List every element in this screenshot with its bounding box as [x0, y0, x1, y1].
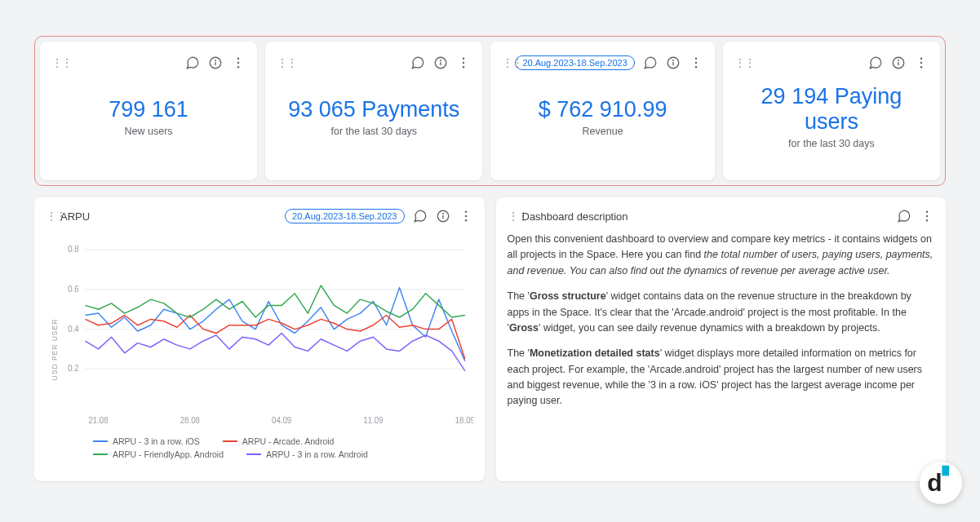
description-body: Open this convenient dashboard to overvi…: [508, 232, 935, 409]
drag-handle-icon[interactable]: ⋮⋮: [51, 56, 60, 69]
desc-text: ' widget, you can see daily revenue dyna…: [539, 322, 880, 334]
svg-text:18.09: 18.09: [455, 416, 473, 425]
info-icon[interactable]: [433, 55, 448, 70]
desc-text: The ': [508, 347, 530, 359]
metric-card-new-users: ⋮⋮ 799 161 New users: [40, 42, 257, 180]
legend-label: ARPU - Arcade. Android: [242, 436, 335, 446]
svg-point-16: [695, 62, 697, 64]
svg-text:0.2: 0.2: [68, 364, 78, 373]
comment-icon[interactable]: [185, 55, 200, 70]
svg-text:USD PER USER: USD PER USER: [51, 319, 59, 381]
chart-legend: ARPU - 3 in a row. iOSARPU - Arcade. And…: [46, 436, 473, 459]
desc-bold: Monetization detailed stats: [530, 347, 660, 359]
kebab-menu-icon[interactable]: [914, 55, 929, 70]
info-icon[interactable]: [436, 209, 450, 223]
svg-point-8: [441, 60, 441, 61]
comment-icon[interactable]: [868, 55, 883, 70]
svg-point-23: [920, 66, 922, 68]
svg-point-46: [926, 219, 928, 221]
kebab-menu-icon[interactable]: [920, 209, 934, 223]
svg-point-27: [464, 211, 466, 213]
svg-point-4: [237, 62, 239, 64]
legend-label: ARPU - FriendlyApp. Android: [113, 449, 224, 459]
kebab-menu-icon[interactable]: [456, 55, 471, 70]
svg-point-20: [898, 60, 899, 61]
drag-handle-icon[interactable]: ⋮⋮: [502, 56, 510, 69]
svg-point-2: [215, 60, 216, 61]
info-icon[interactable]: [208, 55, 223, 70]
metric-value: 799 161: [51, 97, 246, 122]
svg-text:11.09: 11.09: [363, 416, 383, 425]
svg-point-9: [463, 58, 464, 60]
metric-label: for the last 30 days: [734, 138, 929, 149]
svg-point-44: [926, 211, 928, 213]
svg-text:0.4: 0.4: [68, 324, 79, 333]
arpu-chart: 0.20.40.60.8USD PER USER21.0828.0804.091…: [46, 232, 473, 431]
svg-point-26: [442, 214, 443, 215]
legend-swatch-icon: [93, 453, 108, 455]
svg-text:28.08: 28.08: [180, 416, 201, 425]
legend-label: ARPU - 3 in a row. iOS: [113, 436, 200, 446]
date-range-chip[interactable]: 20.Aug.2023-18.Sep.2023: [285, 209, 404, 223]
svg-point-21: [920, 58, 922, 60]
metric-card-payments: ⋮⋮ 93 065 Payments for the last 30 days: [265, 42, 482, 180]
description-panel: ⋮⋮ Dashboard description Open this conve…: [496, 197, 947, 481]
svg-point-11: [463, 66, 464, 68]
info-icon[interactable]: [666, 55, 681, 70]
svg-point-3: [237, 58, 239, 60]
svg-text:04.09: 04.09: [272, 416, 291, 425]
metric-value: $ 762 910.99: [502, 97, 703, 122]
panel-title: ARPU: [60, 210, 90, 223]
desc-text: The ': [508, 290, 530, 302]
kebab-menu-icon[interactable]: [231, 55, 246, 70]
drag-handle-icon[interactable]: ⋮⋮: [46, 210, 54, 223]
legend-label: ARPU - 3 in a row. Android: [266, 449, 368, 459]
legend-item[interactable]: ARPU - Arcade. Android: [223, 436, 335, 446]
drag-handle-icon[interactable]: ⋮⋮: [508, 210, 516, 223]
svg-point-14: [672, 60, 673, 61]
metric-label: Revenue: [502, 126, 703, 137]
comment-icon[interactable]: [897, 209, 911, 223]
svg-text:0.8: 0.8: [68, 245, 79, 254]
metric-value: 93 065 Payments: [277, 97, 471, 122]
metric-label: for the last 30 days: [277, 126, 471, 137]
brand-letter: d: [927, 469, 942, 497]
svg-point-17: [695, 66, 697, 68]
metrics-highlight-row: ⋮⋮ 799 161 New users ⋮⋮ 93 065 Pay: [34, 36, 946, 186]
kebab-menu-icon[interactable]: [459, 209, 473, 223]
svg-point-28: [464, 215, 466, 217]
desc-bold: Gross: [509, 322, 539, 334]
svg-point-10: [463, 62, 464, 64]
brand-dot-icon: ▘: [942, 466, 955, 485]
comment-icon[interactable]: [413, 209, 428, 223]
metric-card-paying-users: ⋮⋮ 29 194 Paying users for the last 30 d…: [723, 42, 940, 180]
svg-point-45: [926, 215, 928, 217]
legend-item[interactable]: ARPU - FriendlyApp. Android: [93, 449, 224, 459]
desc-bold: Gross structure: [530, 290, 606, 302]
svg-text:0.6: 0.6: [68, 285, 79, 294]
svg-point-29: [464, 219, 466, 221]
legend-swatch-icon: [223, 440, 237, 442]
info-icon[interactable]: [891, 55, 906, 70]
svg-text:21.08: 21.08: [88, 416, 109, 425]
legend-swatch-icon: [93, 440, 108, 442]
kebab-menu-icon[interactable]: [689, 55, 703, 70]
metric-card-revenue: ⋮⋮ 20.Aug.2023-18.Sep.2023 $ 762 910.99 …: [490, 42, 714, 180]
comment-icon[interactable]: [643, 55, 658, 70]
metric-label: New users: [51, 126, 246, 137]
legend-item[interactable]: ARPU - 3 in a row. iOS: [93, 436, 200, 446]
svg-point-22: [920, 62, 922, 64]
arpu-panel: ⋮⋮ ARPU 20.Aug.2023-18.Sep.2023 0.20.40.…: [34, 197, 485, 481]
date-range-chip[interactable]: 20.Aug.2023-18.Sep.2023: [515, 55, 634, 70]
comment-icon[interactable]: [410, 55, 425, 70]
legend-item[interactable]: ARPU - 3 in a row. Android: [246, 449, 368, 459]
svg-point-5: [237, 66, 239, 68]
legend-swatch-icon: [246, 453, 261, 455]
brand-logo: d▘: [920, 462, 962, 504]
drag-handle-icon[interactable]: ⋮⋮: [734, 56, 743, 69]
drag-handle-icon[interactable]: ⋮⋮: [277, 56, 285, 69]
svg-point-15: [695, 58, 697, 60]
panel-title: Dashboard description: [522, 210, 628, 223]
metric-value: 29 194 Paying users: [734, 84, 929, 135]
